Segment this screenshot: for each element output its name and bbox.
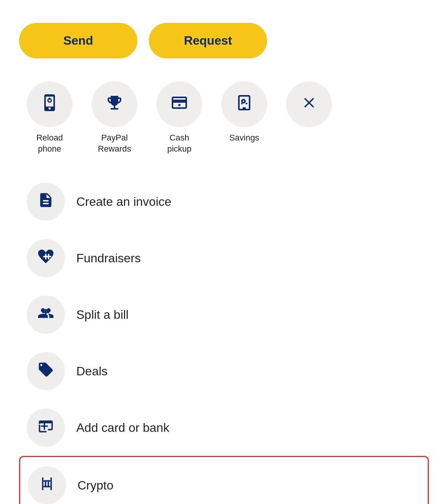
savings-label: Savings: [229, 132, 259, 144]
trophy-icon: [105, 94, 124, 115]
tag-icon: [37, 361, 54, 381]
send-button[interactable]: Send: [19, 23, 137, 58]
svg-point-0: [178, 104, 180, 106]
list-item-split-bill[interactable]: Split a bill: [19, 286, 429, 343]
svg-rect-5: [44, 486, 50, 487]
list-item-crypto[interactable]: Crypto: [19, 456, 429, 504]
cash-pickup-label: Cashpickup: [167, 132, 192, 154]
safe-icon: [235, 94, 253, 115]
svg-rect-1: [243, 107, 246, 109]
add-bank-icon: [37, 418, 54, 438]
create-invoice-circle: [27, 183, 65, 221]
quick-action-close[interactable]: [279, 81, 340, 132]
reload-phone-label: Reloadphone: [36, 132, 63, 154]
savings-circle: [221, 81, 267, 127]
top-buttons-container: Send Request: [19, 23, 429, 58]
reload-phone-circle: [27, 81, 73, 127]
list-items-container: Create an invoice Fundraisers Spl: [19, 173, 429, 504]
list-item-add-card-bank[interactable]: Add card or bank: [19, 399, 429, 456]
paypal-rewards-label: PayPalRewards: [98, 132, 131, 154]
crypto-icon: [39, 475, 55, 496]
deals-label: Deals: [76, 364, 108, 378]
deals-circle: [27, 352, 65, 390]
svg-rect-4: [44, 480, 50, 482]
list-item-fundraisers[interactable]: Fundraisers: [19, 230, 429, 286]
split-bill-label: Split a bill: [76, 308, 129, 322]
quick-actions-row: Reloadphone PayPalRewards Cashpickup: [19, 81, 429, 154]
svg-rect-3: [45, 309, 47, 316]
create-invoice-label: Create an invoice: [76, 195, 171, 209]
close-circle: [286, 81, 332, 127]
cash-pickup-circle: [156, 81, 202, 127]
crypto-label: Crypto: [77, 478, 113, 493]
paypal-rewards-circle: [92, 81, 137, 127]
quick-action-savings[interactable]: Savings: [214, 81, 275, 144]
close-icon: [301, 94, 317, 115]
cash-pickup-icon: [170, 94, 189, 115]
request-button[interactable]: Request: [149, 23, 267, 58]
add-card-bank-circle: [27, 409, 65, 447]
split-bill-icon: [37, 305, 54, 325]
quick-action-reload-phone[interactable]: Reloadphone: [19, 81, 80, 154]
list-item-deals[interactable]: Deals: [19, 343, 429, 399]
quick-action-paypal-rewards[interactable]: PayPalRewards: [84, 81, 145, 154]
fundraiser-icon: [37, 248, 54, 268]
fundraisers-label: Fundraisers: [76, 251, 141, 265]
add-card-bank-label: Add card or bank: [76, 421, 169, 435]
crypto-circle: [28, 466, 66, 504]
list-item-create-invoice[interactable]: Create an invoice: [19, 173, 429, 230]
fundraisers-circle: [27, 239, 65, 277]
split-bill-circle: [27, 296, 65, 334]
reload-phone-icon: [40, 94, 59, 115]
quick-action-cash-pickup[interactable]: Cashpickup: [149, 81, 210, 154]
invoice-icon: [37, 192, 54, 212]
